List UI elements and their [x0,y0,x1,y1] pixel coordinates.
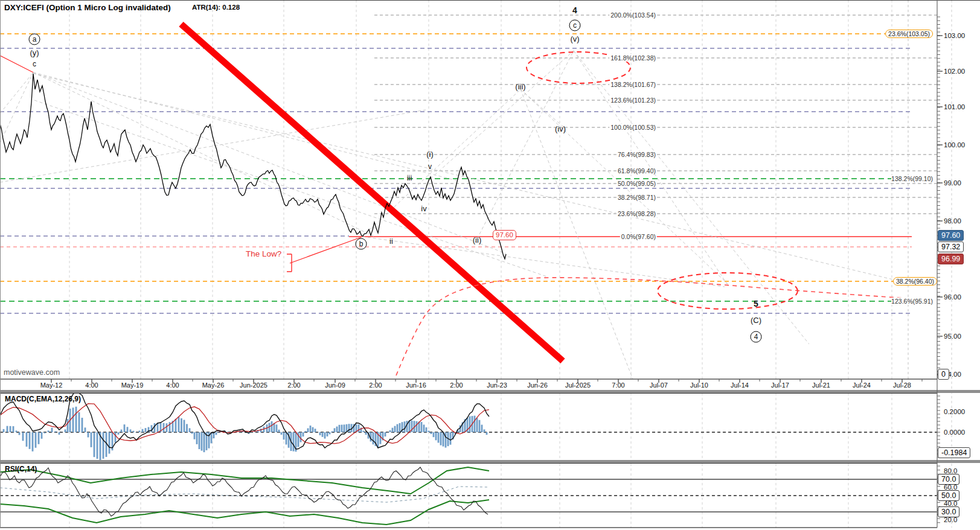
macd-histogram-bar [431,432,432,434]
projection-line [477,51,574,239]
macd-histogram-bar [399,423,401,432]
macd-histogram-bar [450,432,452,445]
macd-histogram-bar [251,432,253,433]
macd-histogram-bar [310,426,312,432]
macd-histogram-bar [85,427,86,432]
macd-histogram-bar [72,407,74,432]
macd-histogram-bar [421,422,423,432]
macd-histogram-bar [406,421,408,432]
macd-histogram-bar [440,432,442,445]
macd-histogram-bar [166,423,168,432]
macd-histogram-bar [363,431,365,432]
macd-histogram-bar [196,432,198,444]
projection-line [362,91,519,237]
macd-histogram-bar [32,432,34,452]
macd-histogram-bar [307,428,309,432]
macd-histogram-bar [443,432,444,447]
macd-histogram-bar [344,424,345,432]
macd-histogram-bar [16,430,18,432]
macd-histogram-bar [334,428,336,432]
target-ellipse [658,273,798,309]
macd-histogram-bar [341,425,343,432]
macd-histogram-bar [130,429,132,432]
macd-histogram-bar [115,432,117,442]
macd-histogram-bar [22,432,24,441]
macd-histogram-bar [124,424,126,432]
macd-histogram-bar [469,417,471,432]
macd-histogram-bar [486,432,488,435]
macd-histogram-bar [286,432,287,444]
macd-histogram-bar [327,432,328,436]
macd-histogram-bar [387,432,389,433]
macd-histogram-bar [133,431,135,432]
macd-histogram-bar [348,424,350,432]
macd-histogram-bar [189,428,191,432]
panel-separator [0,460,980,463]
macd-histogram-bar [10,426,11,432]
panel-separator [0,390,980,393]
motivewave-chart-window: { "header": { "title": "DXY:ICEFI (Optio… [0,0,980,530]
projection-line [431,51,574,179]
macd-histogram-bar [142,429,144,432]
macd-histogram-bar [118,432,120,435]
macd-histogram-bar [428,430,430,432]
macd-histogram-bar [78,412,80,432]
macd-histogram-bar [65,429,66,432]
macd-histogram-bar [322,432,324,437]
chart-plot-area[interactable] [0,0,980,530]
macd-histogram-bar [216,432,217,435]
macd-histogram-bar [281,432,283,435]
macd-histogram-bar [38,432,40,444]
macd-histogram-bar [59,432,60,435]
macd-histogram-bar [51,428,53,432]
macd-histogram-bar [55,431,57,432]
macd-histogram-bar [218,432,220,432]
macd-histogram-bar [397,424,399,432]
macd-histogram-bar [75,407,77,432]
macd-histogram-bar [94,432,95,457]
macd-histogram-bar [181,418,182,432]
macd-histogram-bar [293,432,295,452]
macd-histogram-bar [276,424,278,432]
macd-histogram-bar [97,432,98,459]
macd-histogram-bar [227,432,229,432]
macd-histogram-bar [48,430,50,432]
macd-histogram-bar [416,421,418,432]
macd-histogram-bar [35,432,37,448]
macd-histogram-bar [358,424,360,432]
macd-histogram-bar [426,427,428,432]
macd-histogram-bar [389,430,391,432]
macd-histogram-bar [319,432,321,435]
macd-histogram-bar [127,427,129,432]
macd-histogram-bar [3,429,5,432]
macd-histogram-bar [41,432,43,439]
projection-line [362,237,725,287]
macd-histogram-bar [82,418,83,432]
macd-histogram-bar [409,421,411,432]
macd-histogram-bar [178,417,180,432]
macd-histogram-bar [145,428,147,432]
macd-histogram-bar [481,425,483,432]
macd-histogram-bar [121,430,123,432]
macd-histogram-bar [305,431,307,432]
macd-histogram-bar [44,432,46,433]
macd-histogram-bar [88,432,89,438]
macd-histogram-bar [19,432,21,435]
macd-histogram-bar [339,425,341,432]
macd-histogram-bar [404,421,406,432]
macd-histogram-bar [151,425,153,432]
macd-histogram-bar [433,432,435,437]
macd-histogram-bar [385,432,386,436]
macd-histogram-bar [474,416,476,432]
projection-curve [396,278,933,375]
macd-histogram-bar [336,427,338,432]
macd-histogram-bar [67,419,69,432]
macd-histogram-bar [7,426,8,432]
macd-histogram-bar [365,432,367,435]
macd-histogram-bar [278,430,280,432]
macd-histogram-bar [201,432,203,451]
macd-histogram-bar [191,432,193,434]
projection-line [574,51,728,285]
red-annotation-line [290,237,361,263]
macd-histogram-bar [283,432,285,439]
